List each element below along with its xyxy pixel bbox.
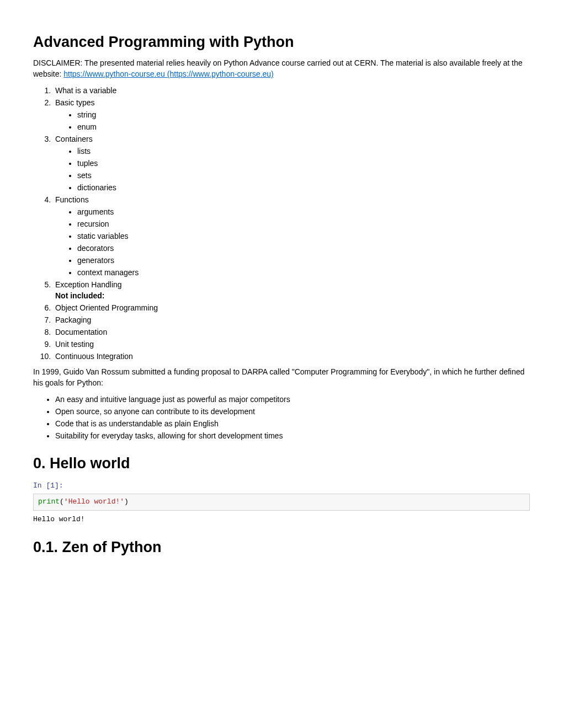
code-paren: (: [60, 497, 64, 506]
section-heading-0: 0. Hello world: [33, 454, 530, 472]
toc-subitem: generators: [77, 255, 530, 266]
toc-item: Containers lists tuples sets dictionarie…: [53, 133, 530, 193]
goal-item: Code that is as understandable as plain …: [55, 418, 530, 429]
goal-item: An easy and intuitive language just as p…: [55, 394, 530, 405]
toc-item-label: Basic types: [55, 98, 95, 107]
toc-subitem: decorators: [77, 243, 530, 254]
toc-item: Documentation: [53, 326, 530, 338]
toc-item-label: Containers: [55, 135, 93, 143]
toc-item: Functions arguments recursion static var…: [53, 194, 530, 278]
goal-item: Open source, so anyone can contribute to…: [55, 406, 530, 417]
toc-subitem: arguments: [77, 206, 530, 217]
toc-subitem: enum: [77, 121, 530, 132]
toc-item: Unit testing: [53, 339, 530, 350]
not-included-label: Not included:: [55, 291, 104, 300]
toc-subitem: static variables: [77, 231, 530, 242]
toc-item: Exception Handling Not included:: [53, 279, 530, 301]
toc-subitem: recursion: [77, 218, 530, 229]
toc-item-label: Functions: [55, 195, 89, 204]
course-link[interactable]: https://www.python-course.eu (https://ww…: [63, 69, 274, 78]
toc-subitem: tuples: [77, 158, 530, 169]
toc-subitem: dictionaries: [77, 182, 530, 193]
goal-item: Suitability for everyday tasks, allowing…: [55, 430, 530, 441]
toc-subitem: lists: [77, 146, 530, 157]
page-title: Advanced Programming with Python: [33, 33, 530, 51]
toc-sublist: arguments recursion static variables dec…: [55, 206, 530, 278]
code-string: 'Hello world!': [64, 497, 124, 506]
toc-sublist: string enum: [55, 109, 530, 132]
code-function: print: [38, 497, 60, 506]
section-heading-01: 0.1. Zen of Python: [33, 538, 530, 556]
toc-item-label: Exception Handling: [55, 280, 122, 289]
toc-item: Packaging: [53, 314, 530, 325]
toc-subitem: string: [77, 109, 530, 120]
toc-item: What is a variable: [53, 85, 530, 96]
toc-item: Object Oriented Programming: [53, 302, 530, 313]
toc-subitem: context managers: [77, 267, 530, 278]
code-cell[interactable]: print('Hello world!'): [33, 494, 530, 511]
toc-sublist: lists tuples sets dictionaries: [55, 146, 530, 193]
toc-list: What is a variable Basic types string en…: [33, 85, 530, 362]
disclaimer-paragraph: DISCLAIMER: The presented material relie…: [33, 57, 530, 79]
code-paren: ): [124, 497, 129, 506]
toc-subitem: sets: [77, 170, 530, 181]
goals-list: An easy and intuitive language just as p…: [33, 394, 530, 441]
toc-item: Continuous Integration: [53, 351, 530, 362]
input-prompt: In [1]:: [33, 480, 530, 491]
history-paragraph: In 1999, Guido Van Rossum submitted a fu…: [33, 366, 530, 388]
cell-output: Hello world!: [33, 514, 530, 525]
toc-item: Basic types string enum: [53, 97, 530, 132]
